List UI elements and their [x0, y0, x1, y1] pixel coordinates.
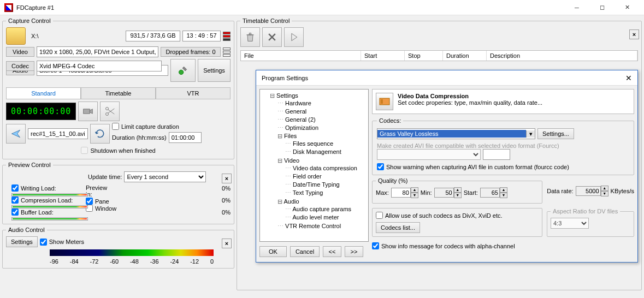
- dialog-title: Program Settings: [262, 75, 308, 81]
- timetable-close[interactable]: ×: [629, 29, 639, 39]
- gear-wrench-icon: [178, 65, 188, 76]
- fourcc-input: [483, 149, 510, 160]
- aspect-select: 4:3: [551, 218, 589, 229]
- buffer-load-meter: [11, 217, 88, 220]
- scissors-icon: [104, 106, 115, 117]
- play-button[interactable]: [284, 27, 304, 47]
- tree-hardware[interactable]: Hardware: [277, 99, 366, 108]
- codec-label[interactable]: Codec: [6, 61, 34, 71]
- maximize-button[interactable]: ◻: [589, 0, 615, 15]
- update-time-select[interactable]: Every 1 second: [124, 171, 206, 182]
- minimize-button[interactable]: ─: [564, 0, 589, 15]
- codec-select[interactable]: Grass Valley Lossless▾: [377, 128, 535, 139]
- folder-icon[interactable]: [6, 27, 26, 45]
- max-spin[interactable]: ▲▼: [391, 187, 418, 198]
- show-meters-checkbox[interactable]: [40, 239, 47, 246]
- video-label[interactable]: Video: [6, 47, 34, 57]
- cut-button[interactable]: [100, 102, 120, 121]
- delete-button[interactable]: [262, 27, 282, 47]
- panel-subtitle: Set codec properies: type, max/min quali…: [398, 99, 542, 106]
- preview-control-title: Preview Control: [6, 162, 53, 168]
- fourcc-select: [377, 149, 481, 160]
- tab-vtr[interactable]: VTR: [156, 87, 231, 99]
- writing-load-checkbox[interactable]: [11, 184, 19, 192]
- col-stop[interactable]: Stop: [405, 51, 443, 61]
- col-duration[interactable]: Duration: [443, 51, 487, 61]
- trash-button[interactable]: [240, 27, 260, 47]
- buffer-load-checkbox[interactable]: [11, 208, 19, 216]
- prev-button[interactable]: <<: [323, 246, 341, 257]
- compression-load-checkbox[interactable]: [11, 196, 19, 204]
- tree-disk-mgmt[interactable]: Disk Management: [285, 148, 366, 156]
- video-field[interactable]: [37, 46, 158, 57]
- codec-settings-button[interactable]: Settings...: [537, 128, 574, 139]
- tree-audio-params[interactable]: Audio capture params: [285, 205, 366, 213]
- settings-button[interactable]: Settings: [198, 59, 231, 82]
- window-title: FDCapture #1: [16, 4, 564, 11]
- tree-optimization[interactable]: Optimization: [277, 124, 366, 132]
- tree-vtr[interactable]: VTR Remote Control: [277, 222, 366, 230]
- audio-control-group: Audio Control × Settings Show Meters -96…: [2, 227, 234, 269]
- capture-path: X:\: [31, 33, 38, 39]
- tab-standard[interactable]: Standard: [6, 87, 81, 99]
- tree-vdc[interactable]: Video data compression: [285, 164, 366, 172]
- filename-field[interactable]: [28, 128, 88, 139]
- info-checkbox[interactable]: [372, 242, 379, 249]
- tab-timetable[interactable]: Timetable: [81, 87, 156, 99]
- tree-date-typing[interactable]: Date/Time Typing: [285, 181, 366, 189]
- col-start[interactable]: Start: [361, 51, 405, 61]
- tree-files[interactable]: Files Files sequence Disk Management: [277, 132, 366, 157]
- audio-ticks: -96-84-72-60-48-36-24-120: [50, 258, 214, 265]
- program-settings-dialog: Program Settings ✕ Settings Hardware Gen…: [256, 70, 638, 263]
- plane-button[interactable]: [6, 124, 26, 144]
- duration-field[interactable]: [169, 132, 202, 143]
- codec-field[interactable]: [37, 61, 162, 71]
- tree-general-2[interactable]: General (2): [277, 116, 366, 124]
- clock: 13 : 49 : 57: [182, 31, 221, 41]
- tree-settings[interactable]: Settings Hardware General General (2) Op…: [270, 92, 366, 231]
- refresh-icon: [94, 128, 105, 139]
- timetable-control-title: Timetable Control: [240, 17, 292, 24]
- capture-control-title: Capture Control: [6, 17, 53, 24]
- audio-meter: [50, 249, 214, 256]
- tree-video[interactable]: Video Video data compression Field order…: [277, 157, 366, 198]
- audio-close[interactable]: ×: [222, 239, 232, 248]
- dialog-close-button[interactable]: ✕: [625, 74, 632, 82]
- level-indicator: [223, 32, 231, 41]
- close-button[interactable]: ✕: [615, 0, 640, 15]
- tree-audio[interactable]: Audio Audio capture params Audio level m…: [277, 198, 366, 222]
- tree-general[interactable]: General: [277, 108, 366, 116]
- tree-audio-meter[interactable]: Audio level meter: [285, 213, 366, 222]
- settings-tree[interactable]: Settings Hardware General General (2) Op…: [259, 89, 369, 242]
- level-indicator-2: [223, 47, 231, 57]
- tree-text-typing[interactable]: Text Typing: [285, 189, 366, 197]
- col-description[interactable]: Description: [487, 51, 637, 61]
- start-spin: ▲▼: [480, 187, 507, 198]
- svg-rect-1: [84, 109, 90, 114]
- disk-space: 931,5 / 373,6 GB: [126, 31, 180, 41]
- preview-control-group: Preview Control × Update time: Every 1 s…: [2, 162, 234, 224]
- tree-file-seq[interactable]: Files sequence: [285, 140, 366, 148]
- audio-settings-button[interactable]: Settings: [6, 236, 38, 247]
- record-button[interactable]: [78, 102, 98, 121]
- dropped-frames: Dropped frames: 0: [161, 47, 221, 57]
- codecs-list-button[interactable]: Codecs list...: [376, 222, 420, 233]
- trash-icon: [245, 32, 256, 43]
- cancel-button[interactable]: Cancel: [290, 246, 320, 257]
- audio-control-title: Audio Control: [6, 227, 47, 233]
- col-file[interactable]: File: [241, 51, 361, 61]
- compress-icon: [376, 93, 393, 110]
- next-button[interactable]: >>: [345, 246, 363, 257]
- tree-field-order[interactable]: Field order: [285, 172, 366, 181]
- ok-button[interactable]: OK: [259, 246, 287, 257]
- refresh-button[interactable]: [90, 124, 110, 144]
- preview-close[interactable]: ×: [222, 174, 232, 183]
- warn-checkbox[interactable]: [377, 163, 384, 170]
- limit-checkbox[interactable]: [112, 123, 119, 130]
- x-icon: [267, 32, 277, 43]
- min-spin: ▲▼: [434, 187, 462, 198]
- allow-codecs-checkbox[interactable]: [376, 212, 383, 219]
- plane-icon: [10, 128, 21, 139]
- camera-icon: [82, 106, 93, 117]
- settings-icon-button[interactable]: [170, 59, 196, 82]
